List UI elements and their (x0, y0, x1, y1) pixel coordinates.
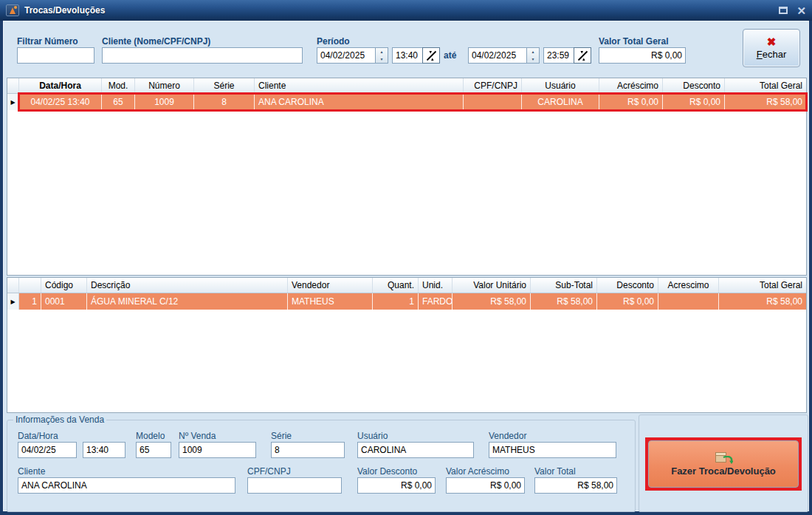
info-valor-total-label: Valor Total (534, 466, 576, 477)
col-cliente[interactable]: Cliente (255, 78, 464, 93)
window-title: Trocas/Devoluções (24, 5, 105, 16)
col-sub-total[interactable]: Sub-Total (531, 278, 597, 293)
info-serie-label: Série (271, 431, 292, 441)
time-from-picker-icon[interactable] (422, 47, 440, 64)
col-vendedor[interactable]: Vendedor (288, 278, 373, 293)
cell-total-geral-item: R$ 58,00 (719, 293, 806, 310)
items-table-row[interactable]: ▶ 1 0001 ÁGUA MINERAL C/12 MATHEUS 1 FAR… (7, 293, 806, 310)
time-from-input[interactable] (392, 47, 423, 64)
maximize-icon[interactable] (779, 7, 788, 14)
sales-table-row[interactable]: ▶ 04/02/25 13:40 65 1009 8 ANA CAROLINA … (7, 94, 806, 110)
cell-serie: 8 (194, 94, 255, 110)
cell-total-geral: R$ 58,00 (725, 94, 806, 110)
date-from-input[interactable] (317, 47, 376, 64)
filtrar-numero-label: Filtrar Número (17, 36, 78, 47)
info-n-venda-field[interactable] (179, 442, 256, 458)
titlebar: Trocas/Devoluções ✕ (0, 0, 812, 21)
close-icon[interactable]: ✕ (796, 5, 806, 16)
sales-grid-header: Data/Hora Mod. Número Série Cliente CPF/… (7, 78, 806, 94)
col-data-hora[interactable]: Data/Hora (19, 78, 102, 93)
col-serie[interactable]: Série (194, 78, 255, 93)
col-mod[interactable]: Mod. (102, 78, 135, 93)
info-cliente-field[interactable] (18, 477, 235, 494)
cell-descricao: ÁGUA MINERAL C/12 (87, 293, 288, 310)
cliente-filter-input[interactable] (102, 47, 303, 64)
col-numero[interactable]: Número (135, 78, 194, 93)
col-unid[interactable]: Unid. (419, 278, 453, 293)
date-to-input[interactable] (468, 47, 527, 64)
col-total-geral-item[interactable]: Total Geral (719, 278, 806, 293)
app-icon (6, 4, 19, 16)
col-desconto[interactable]: Desconto (663, 78, 725, 93)
col-quant[interactable]: Quant. (373, 278, 419, 293)
cell-acrescimo: R$ 0,00 (599, 94, 663, 110)
info-cpf-cnpj-field[interactable] (247, 477, 342, 494)
col-usuario[interactable]: Usuário (522, 78, 599, 93)
col-valor-unitario[interactable]: Valor Unitário (453, 278, 531, 293)
info-usuario-field[interactable] (357, 442, 474, 458)
info-serie-field[interactable] (271, 442, 345, 458)
close-x-icon: ✖ (767, 36, 777, 47)
info-date-field[interactable] (18, 442, 77, 458)
fazer-troca-devolucao-label: Fazer Troca/Devolução (671, 465, 776, 477)
items-grid: Código Descrição Vendedor Quant. Unid. V… (7, 277, 807, 413)
info-time-field[interactable] (83, 442, 125, 458)
highlight-frame: Fazer Troca/Devolução (645, 437, 802, 491)
app-window: Trocas/Devoluções ✕ Filtrar Número Clien… (0, 0, 812, 515)
cell-acrescimo-item (658, 293, 719, 310)
col-acrescimo-item[interactable]: Acrescimo (658, 278, 719, 293)
window-content: Filtrar Número Cliente (Nome/CPF/CNPJ) P… (3, 21, 809, 511)
col-cpf-cnpj[interactable]: CPF/CNPJ (464, 78, 522, 93)
cell-mod: 65 (102, 94, 135, 110)
info-valor-acrescimo-field[interactable] (446, 477, 525, 494)
cell-valor-unitario: R$ 58,00 (453, 293, 531, 310)
date-from-spinner[interactable]: ▲▼ (376, 47, 388, 64)
info-usuario-label: Usuário (357, 431, 388, 441)
valor-total-geral-input[interactable] (599, 47, 686, 64)
cell-cliente: ANA CAROLINA (255, 94, 464, 110)
fechar-button-label: Fechar (757, 49, 786, 60)
cell-cpf-cnpj (464, 94, 522, 110)
cliente-filter-label: Cliente (Nome/CPF/CNPJ) (102, 36, 210, 47)
info-vendedor-field[interactable] (489, 442, 616, 458)
info-modelo-field[interactable] (136, 442, 171, 458)
info-valor-desconto-field[interactable] (357, 477, 436, 494)
col-codigo[interactable]: Código (41, 278, 87, 293)
items-grid-header: Código Descrição Vendedor Quant. Unid. V… (7, 278, 806, 293)
info-valor-acrescimo-label: Valor Acréscimo (446, 466, 509, 477)
col-desconto-item[interactable]: Desconto (597, 278, 658, 293)
info-modelo-label: Modelo (136, 431, 165, 441)
info-data-hora-label: Data/Hora (18, 431, 58, 441)
date-to-spinner[interactable]: ▲▼ (527, 47, 540, 64)
info-n-venda-label: Nº Venda (179, 431, 216, 441)
filtrar-numero-input[interactable] (17, 47, 94, 64)
cell-vendedor: MATHEUS (288, 293, 373, 310)
cell-data-hora: 04/02/25 13:40 (19, 94, 102, 110)
ate-label: até (444, 50, 456, 61)
cell-unid: FARDO (419, 293, 453, 310)
info-valor-desconto-label: Valor Desconto (357, 466, 417, 477)
sale-info-title: Informações da Venda (13, 415, 106, 425)
cell-codigo: 0001 (41, 293, 87, 310)
row-indicator-arrow: ▶ (7, 94, 19, 110)
time-to-input[interactable] (543, 47, 574, 64)
col-descricao[interactable]: Descrição (87, 278, 288, 293)
fazer-troca-devolucao-button[interactable]: Fazer Troca/Devolução (648, 440, 799, 488)
col-acrescimo[interactable]: Acréscimo (599, 78, 663, 93)
sale-info-groupbox: Informações da Venda Data/Hora Modelo Nº… (7, 415, 636, 512)
sales-grid: Data/Hora Mod. Número Série Cliente CPF/… (7, 78, 807, 276)
cell-sub-total: R$ 58,00 (531, 293, 597, 310)
info-valor-total-field[interactable] (534, 477, 617, 494)
info-cliente-label: Cliente (18, 466, 45, 477)
action-groupbox: Fazer Troca/Devolução (639, 415, 808, 512)
info-cpf-cnpj-label: CPF/CNPJ (247, 466, 291, 477)
package-return-icon (715, 452, 732, 463)
time-to-picker-icon[interactable] (574, 47, 591, 64)
col-total-geral[interactable]: Total Geral (725, 78, 806, 93)
info-vendedor-label: Vendedor (489, 431, 526, 441)
fechar-button[interactable]: ✖ Fechar (743, 29, 800, 67)
row-indicator-arrow: ▶ (7, 293, 19, 310)
periodo-label: Período (317, 36, 350, 47)
cell-desconto: R$ 0,00 (663, 94, 725, 110)
cell-usuario: CAROLINA (522, 94, 599, 110)
